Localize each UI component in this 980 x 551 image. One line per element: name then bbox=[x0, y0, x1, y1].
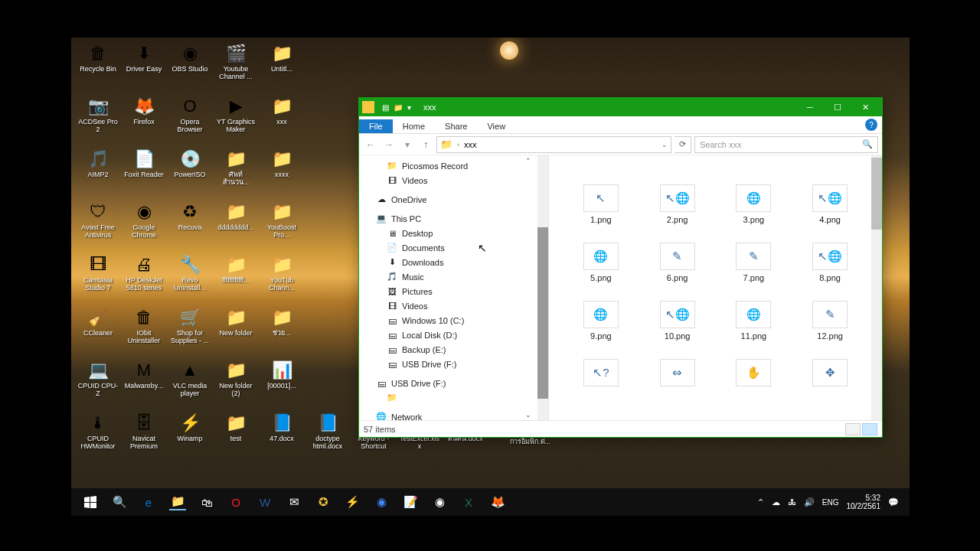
file-item[interactable]: ✥ bbox=[793, 359, 867, 390]
nav-item[interactable]: 🎵Music bbox=[359, 269, 548, 284]
tray-clock[interactable]: 5:32 10/2/2561 bbox=[847, 494, 881, 510]
file-item[interactable]: ↖1.png bbox=[564, 184, 638, 224]
desktop-icon[interactable]: 📁ศัพท์ สำนวน... bbox=[215, 148, 256, 197]
chevron-down-icon[interactable]: ⌄ bbox=[662, 141, 668, 148]
scroll-down-icon[interactable]: ⌄ bbox=[525, 411, 534, 419]
search-input[interactable]: Search xxx 🔍 bbox=[694, 136, 878, 153]
qat-newfolder-icon[interactable]: 📁 bbox=[394, 103, 403, 112]
tab-file[interactable]: File bbox=[359, 119, 393, 133]
taskbar-word[interactable]: W bbox=[256, 494, 273, 510]
desktop-icon[interactable]: ◉OBS Studio bbox=[169, 42, 211, 92]
file-view[interactable]: ↖1.png↖🌐2.png🌐3.png↖🌐4.png🌐5.png✎6.png✎7… bbox=[549, 155, 882, 420]
desktop-icon[interactable]: 📁xxxx bbox=[261, 148, 302, 197]
nav-item[interactable]: ⬇Downloads bbox=[359, 255, 548, 269]
tab-share[interactable]: Share bbox=[435, 119, 477, 133]
desktop-icon[interactable]: 📁New folder bbox=[215, 306, 256, 356]
desktop-icon[interactable]: 🧹CCleaner bbox=[77, 306, 119, 356]
taskbar-store[interactable]: 🛍 bbox=[198, 494, 215, 510]
breadcrumb-folder[interactable]: xxx bbox=[464, 140, 477, 149]
desktop-icon[interactable]: 🔧Revo Uninstall... bbox=[169, 253, 211, 303]
nav-item[interactable]: 🖥Desktop bbox=[359, 226, 548, 240]
file-item[interactable]: ✎7.png bbox=[717, 243, 791, 282]
desktop-icon[interactable]: 📁YouBoost Pro... bbox=[261, 201, 302, 250]
desktop-icon[interactable]: 📄Foxit Reader bbox=[123, 148, 165, 197]
view-details-button[interactable] bbox=[845, 423, 861, 435]
search-button[interactable]: 🔍 bbox=[111, 494, 128, 510]
desktop-icon[interactable]: 🖨HP DeskJet 5810 series bbox=[123, 253, 165, 303]
tray-show-hidden[interactable]: ⌃ bbox=[757, 497, 764, 507]
desktop-icon[interactable]: 📘doctype html.docx bbox=[307, 412, 348, 461]
help-button[interactable]: ? bbox=[865, 119, 877, 131]
taskbar[interactable]: 🔍 e 📁 🛍 O W ✉ ✪ ⚡ ◉ 📝 ◉ X 🦊 ⌃ ☁ 🖧 🔊 ENG … bbox=[71, 488, 910, 516]
file-item[interactable]: ✋ bbox=[717, 359, 791, 390]
nav-item[interactable]: 🖴USB Drive (F:) bbox=[359, 376, 548, 390]
desktop-icon[interactable]: 🗑Recycle Bin bbox=[77, 42, 119, 92]
close-button[interactable]: ✕ bbox=[851, 99, 879, 116]
nav-item[interactable]: 🖴USB Drive (F:) bbox=[359, 357, 548, 371]
desktop-icon[interactable]: ⚡Winamp bbox=[169, 412, 211, 461]
qat-dropdown-icon[interactable]: ▾ bbox=[407, 103, 411, 112]
desktop-icon[interactable]: MMalwareby... bbox=[123, 359, 165, 409]
desktop-icon[interactable]: 📁Untitl... bbox=[261, 42, 302, 92]
desktop-icon[interactable]: 📁xxx bbox=[261, 95, 302, 145]
desktop-icon[interactable]: 🛡Avast Free Antivirus bbox=[77, 201, 119, 250]
desktop-icon[interactable]: 📷ACDSee Pro 2 bbox=[77, 95, 119, 145]
start-button[interactable] bbox=[82, 494, 99, 510]
navigation-pane[interactable]: 📁Picosmos Record🎞Videos☁OneDrive💻This PC… bbox=[359, 155, 549, 420]
nav-item[interactable]: 📄Documents bbox=[359, 240, 548, 255]
taskbar-firefox[interactable]: 🦊 bbox=[489, 494, 506, 510]
desktop-icon[interactable]: 📁ช่วย... bbox=[261, 306, 302, 356]
file-item[interactable]: ↖? bbox=[564, 359, 638, 390]
desktop-icon[interactable]: 📁YouTub Chann... bbox=[261, 253, 302, 303]
qat-properties-icon[interactable]: ▤ bbox=[382, 103, 389, 112]
quick-access-toolbar[interactable]: ▤ 📁 ▾ bbox=[382, 103, 411, 112]
desktop-icon[interactable]: ▲VLC media player bbox=[169, 359, 211, 409]
desktop-icon[interactable]: ♻Recuva bbox=[169, 201, 211, 250]
nav-item[interactable]: 🌐Network bbox=[359, 409, 548, 420]
taskbar-app-2[interactable]: ⚡ bbox=[344, 494, 361, 510]
desktop-icon[interactable]: 🦊Firefox bbox=[123, 95, 165, 145]
content-scroll-thumb[interactable] bbox=[871, 158, 882, 230]
nav-up-button[interactable]: ↑ bbox=[418, 137, 433, 152]
refresh-button[interactable]: ⟳ bbox=[675, 136, 691, 153]
taskbar-obs[interactable]: ◉ bbox=[431, 494, 448, 510]
tab-home[interactable]: Home bbox=[393, 119, 435, 133]
file-item[interactable]: 🌐9.png bbox=[564, 301, 638, 341]
desktop-icon[interactable]: ⬇Driver Easy bbox=[123, 42, 165, 92]
tab-view[interactable]: View bbox=[477, 119, 515, 133]
file-item[interactable]: 🌐3.png bbox=[717, 184, 791, 224]
nav-scroll-thumb[interactable] bbox=[537, 227, 548, 399]
tray-network-icon[interactable]: 🖧 bbox=[788, 497, 796, 507]
desktop-icon[interactable]: 📊[00001]... bbox=[261, 359, 302, 409]
taskbar-explorer[interactable]: 📁 bbox=[169, 494, 186, 510]
desktop-icon[interactable]: ▶YT Graphics Maker bbox=[215, 95, 256, 145]
taskbar-excel[interactable]: X bbox=[460, 494, 477, 510]
desktop-icon[interactable]: 📁ffffffffffff... bbox=[215, 253, 256, 303]
nav-item[interactable]: 🖴Windows 10 (C:) bbox=[359, 313, 548, 328]
taskbar-mail[interactable]: ✉ bbox=[286, 494, 302, 510]
nav-item[interactable]: ☁OneDrive bbox=[359, 192, 548, 207]
file-item[interactable]: 🌐5.png bbox=[564, 243, 638, 282]
nav-item[interactable]: 🖴Local Disk (D:) bbox=[359, 328, 548, 342]
desktop-icon[interactable]: 🎵AIMP2 bbox=[77, 148, 119, 197]
nav-item[interactable]: 🎞Videos bbox=[359, 298, 548, 313]
breadcrumb[interactable]: 📁 › xxx ⌄ bbox=[436, 136, 671, 153]
file-item[interactable]: ✎12.png bbox=[793, 301, 867, 341]
desktop[interactable]: 🗑Recycle Bin⬇Driver Easy◉OBS Studio🎬Yout… bbox=[71, 37, 910, 516]
content-scrollbar[interactable] bbox=[871, 155, 882, 420]
desktop-icon[interactable]: 🎬Youtube Channel ... bbox=[215, 42, 256, 92]
taskbar-chrome[interactable]: ◉ bbox=[373, 494, 390, 510]
maximize-button[interactable]: ☐ bbox=[824, 99, 851, 116]
desktop-icon[interactable]: 💻CPUID CPU-Z bbox=[77, 359, 119, 409]
nav-forward-button[interactable]: → bbox=[381, 137, 397, 152]
tray-onedrive-icon[interactable]: ☁ bbox=[772, 497, 780, 507]
minimize-button[interactable]: ─ bbox=[796, 99, 824, 116]
nav-item[interactable]: 🎞Videos bbox=[359, 173, 548, 187]
file-item[interactable]: ⇔ bbox=[641, 359, 714, 390]
desktop-icon[interactable]: 📁test bbox=[215, 412, 256, 461]
desktop-icon[interactable]: 📘47.docx bbox=[261, 412, 302, 461]
file-item[interactable]: 🌐11.png bbox=[717, 301, 791, 341]
nav-item[interactable]: 📁Picosmos Record bbox=[359, 158, 548, 173]
desktop-icon[interactable]: 🎞Camtasia Studio 7 bbox=[77, 253, 119, 303]
desktop-icon[interactable]: 💿PowerISO bbox=[169, 148, 211, 197]
